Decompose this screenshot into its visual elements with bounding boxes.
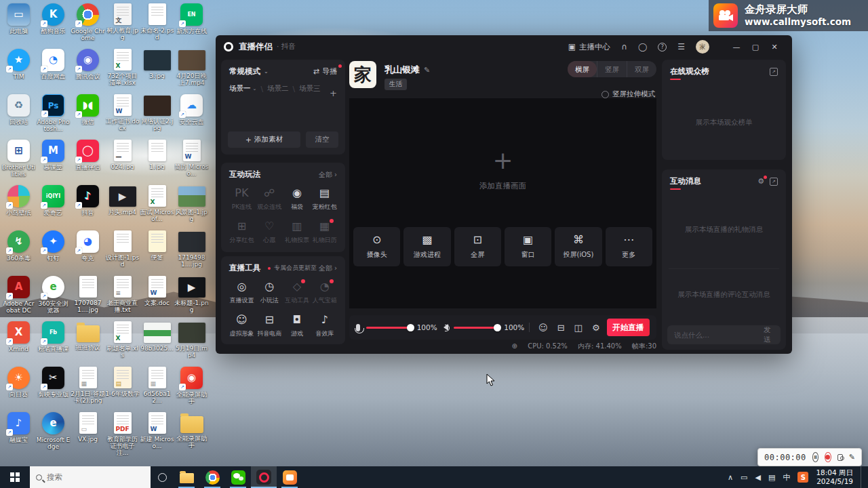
tool-item[interactable]: ◎ 直播设置	[228, 281, 256, 305]
desktop-icon[interactable]: e ↗ 360安全浏览器	[36, 275, 71, 321]
start-button[interactable]	[0, 466, 30, 488]
desktop-icon[interactable]: ◕ ↗ 夸克	[71, 230, 105, 275]
orientation-option[interactable]: 双屏	[627, 61, 656, 77]
interact-item[interactable]: ◉ 福袋	[283, 187, 311, 211]
ime-indicator[interactable]: 中	[783, 474, 790, 481]
desktop-icon[interactable]: ★ ↗ TIM	[1, 48, 36, 94]
tool-item[interactable]: ♪ 音效库	[311, 314, 338, 338]
desktop-icon[interactable]: ◯ ↗ 直播伴侣	[71, 139, 105, 184]
desktop-icon[interactable]: ✂ ↗ 剪映专业版	[36, 366, 71, 411]
clock[interactable]: 18:04 周日 2024/5/19	[816, 468, 853, 486]
display-icon[interactable]: ▭	[741, 474, 747, 481]
desktop-icon[interactable]: ↗ 全能录屏助手	[174, 411, 209, 457]
tool-item[interactable]: ☺ 虚拟形象	[228, 314, 256, 338]
desktop-icon[interactable]: ↗ 17194981....jpg	[174, 230, 209, 275]
source-button[interactable]: ⌘ 投屏(iOS)	[555, 227, 601, 266]
interact-item[interactable]: ♡ 心愿	[256, 220, 283, 245]
desktop-icon[interactable]: ☀ ↗ 向日葵	[1, 366, 36, 411]
mode-selector[interactable]: 常规模式	[229, 66, 260, 77]
desktop-icon[interactable]: ↗ 1.jpg	[140, 139, 174, 184]
tray-expand-chevron-icon[interactable]: ∧	[728, 474, 733, 481]
menu-icon[interactable]: ☰	[677, 43, 685, 51]
screenshot-button[interactable]	[837, 454, 843, 461]
speaker-volume-slider[interactable]	[454, 327, 500, 329]
desktop-icon[interactable]: ▭ ↗ 此电脑	[1, 3, 36, 48]
tool-item[interactable]: ◔ 人气宝箱	[311, 281, 338, 305]
audience-tab[interactable]: 在线观众榜	[670, 66, 709, 77]
desktop-icon[interactable]: ↗ 98b3025...	[140, 321, 174, 366]
desktop-icon[interactable]: ◉ ↗ 腾讯会议	[71, 48, 105, 94]
camera-icon[interactable]: ◫	[574, 323, 583, 333]
desktop-icon[interactable]: ◔ ↗ 百度网盘	[36, 48, 71, 94]
desktop-icon[interactable]: ◉ ↗ 全能录屏助手	[174, 366, 209, 411]
source-button[interactable]: ⋯ 更多	[606, 227, 652, 266]
desktop-icon[interactable]: ↗ 3.jpg	[140, 48, 174, 94]
desktop-icon[interactable]: W ↗ 文案.doc	[140, 275, 174, 321]
desktop-icon[interactable]: ↯ ↗ 360杀毒	[1, 230, 36, 275]
screen-share-icon[interactable]: ⊟	[557, 323, 565, 333]
add-scene-button[interactable]: +	[330, 88, 337, 98]
desktop-icon[interactable]: ↗ 5月19日.mp4	[174, 321, 209, 366]
desktop-icon[interactable]: ⊞ ↗ Brother Utilities	[1, 139, 36, 184]
desktop-icon[interactable]: ↗ Google Chrome	[71, 3, 105, 48]
interact-item[interactable]: ☍ 观众连线	[256, 187, 283, 211]
taskbar-app-button[interactable]	[277, 466, 302, 488]
desktop-icon[interactable]: W ↗ 简历 Microso...	[174, 139, 209, 184]
tool-item[interactable]: ◇ 互动工具	[283, 281, 311, 305]
maximize-button[interactable]: ▢	[746, 43, 765, 52]
desktop-icon[interactable]: W ↗ 工作证书.docx	[105, 94, 140, 139]
touch-keyboard-icon[interactable]: ▤	[768, 474, 775, 481]
taskbar-app-button[interactable]	[251, 466, 277, 488]
desktop-icon[interactable]: X ↗ 刷题名单.xls	[105, 321, 140, 366]
pause-button[interactable]: Ⅱ	[812, 452, 818, 462]
sticker-icon[interactable]: ☺	[538, 323, 548, 333]
gear-icon[interactable]: ⚙	[592, 323, 600, 333]
minimize-button[interactable]: —	[727, 43, 746, 52]
live-preview-area[interactable]: + 添加直播画面 ⊙ 摄像头 ▩ 游戏进程 ⊡	[349, 98, 656, 308]
interact-item[interactable]: ▦ 礼物日历	[311, 220, 338, 245]
desktop-icon[interactable]: ♪ ↗ 抖音	[71, 184, 105, 230]
source-button[interactable]: ⊙ 摄像头	[353, 227, 400, 266]
interact-all-link[interactable]: 全部 ›	[319, 170, 337, 180]
desktop-icon[interactable]: ▦ ↗ 6d56ba12...	[140, 366, 174, 411]
desktop-icon[interactable]: W ↗ 新建 Microso...	[140, 411, 174, 457]
scene-tab[interactable]: 场景三 ⌄	[288, 84, 320, 94]
sogou-ime-icon[interactable]: S	[797, 472, 808, 483]
close-button[interactable]: ✕	[765, 43, 784, 52]
desktop-icon[interactable]: ▶ ↗ 片头.mp4	[105, 184, 140, 230]
popout-icon[interactable]: ↗	[770, 68, 778, 76]
interact-item[interactable]: ⊞ 分享红包	[228, 220, 256, 245]
desktop-icon[interactable]: X ↗ 面试 Microsof...	[140, 184, 174, 230]
desktop-icon[interactable]: ↗ 小鸟壁纸	[1, 184, 36, 230]
search-input[interactable]	[47, 472, 128, 482]
message-settings-gear-icon[interactable]: ⚙	[757, 178, 764, 185]
desktop-icon[interactable]: 文 ↗ 树人教育.jpg	[105, 3, 140, 48]
desktop-icon[interactable]: ≡ ↗ 老王商业直播.txt	[105, 275, 140, 321]
record-button[interactable]	[825, 452, 831, 462]
interact-item[interactable]: PK PK连线	[228, 187, 256, 211]
room-cover-image[interactable]: 家	[349, 61, 376, 88]
desktop-icon[interactable]: ↗ 17070871....jpg	[71, 275, 105, 321]
orientation-option[interactable]: 横屏	[568, 61, 597, 77]
messages-tab[interactable]: 互动消息	[670, 176, 701, 186]
scene-tab[interactable]: 场景一 ⌄	[229, 84, 256, 94]
desktop-icon[interactable]: ↗ 4月20日晚上7.mp4	[174, 48, 209, 94]
taskbar-app-button[interactable]	[225, 466, 251, 488]
desktop-icon[interactable]: M ↗ 慕课堂	[36, 139, 71, 184]
show-desktop-button[interactable]	[861, 466, 864, 488]
desktop-icon[interactable]: ↗ 风景图-1.jpg	[174, 184, 209, 230]
tool-item[interactable]: ◷ 小玩法	[256, 281, 283, 305]
desktop-icon[interactable]: ♻ ↗ 回收站	[1, 94, 36, 139]
desktop-icon[interactable]: ◗◖ ↗ 微信	[71, 94, 105, 139]
tool-item[interactable]: ⊟ 抖音电商	[256, 314, 283, 338]
desktop-icon[interactable]: iQIYI ↗ 爱奇艺	[36, 184, 71, 230]
add-source-area[interactable]: + 添加直播画面	[349, 148, 656, 191]
desktop-icon[interactable]: ▶ ↗ 未标题-1.png	[174, 275, 209, 321]
send-button[interactable]: 发送	[764, 325, 774, 344]
add-material-button[interactable]: + 添加素材	[228, 131, 300, 148]
source-button[interactable]: ▩ 游戏进程	[403, 227, 450, 266]
speaker-icon[interactable]	[440, 324, 448, 331]
desktop-icon[interactable]: ▭ ↗ VX.jpg	[71, 411, 105, 457]
desktop-icon[interactable]: ↗ 未命名-2.psd	[140, 3, 174, 48]
source-button[interactable]: ⊡ 全屏	[454, 227, 501, 266]
